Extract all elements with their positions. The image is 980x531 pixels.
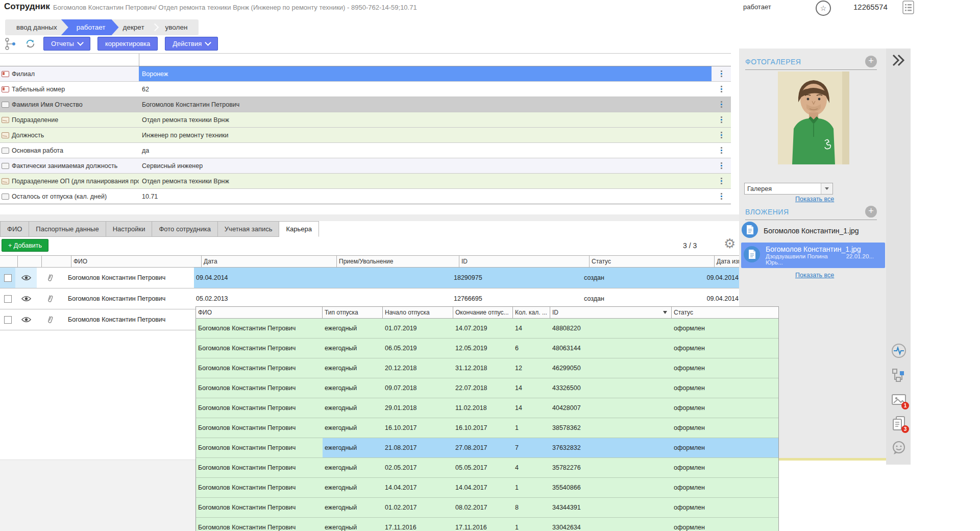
tab-карьера[interactable]: Карьера [279, 221, 319, 237]
tab-паспортные-данные[interactable]: Паспортные данные [29, 221, 106, 237]
vacations-col-end[interactable]: Окончание отпус... [453, 307, 513, 318]
tab-фио[interactable]: ФИО [0, 221, 29, 237]
field-menu-icon[interactable] [712, 158, 731, 173]
career-col-hire[interactable]: Прием/Увольнение [337, 256, 459, 267]
org-structure-icon[interactable] [4, 37, 17, 51]
vacation-cell-start: 02.05.2017 [383, 458, 453, 477]
vacations-col-id[interactable]: ID [550, 307, 672, 318]
field-value[interactable]: Инженер по ремонту техники [139, 128, 712, 142]
workflow-step-1[interactable]: ввод данных [8, 19, 65, 35]
workflow-step-4[interactable]: уволен [157, 19, 196, 35]
attachment-clip-icon[interactable] [37, 288, 64, 309]
related-structure-icon[interactable] [891, 368, 906, 383]
field-value[interactable]: Сервисный инженер [139, 158, 712, 173]
vacation-cell-fio: Богомолов Константин Петрович [196, 398, 323, 418]
field-menu-icon[interactable] [712, 128, 731, 142]
field-menu-icon[interactable] [712, 66, 731, 81]
row-checkbox[interactable] [4, 274, 12, 282]
attachment-item[interactable]: Богомолов Константин_1.jpgДзодзуашвили П… [741, 243, 885, 268]
add-button[interactable]: + Добавить [2, 239, 48, 252]
reports-button[interactable]: Отчеты [43, 37, 90, 51]
workflow-step-2[interactable]: работает [61, 19, 119, 35]
vacations-col-type[interactable]: Тип отпуска [323, 307, 383, 318]
vacation-row[interactable]: Богомолов Константин Петровичежегодный16… [196, 418, 778, 438]
field-menu-icon[interactable] [712, 189, 731, 204]
field-menu-icon[interactable] [712, 174, 731, 188]
vacation-row[interactable]: Богомолов Константин Петровичежегодный17… [196, 518, 778, 531]
field-value[interactable]: 10.71 [139, 189, 712, 204]
field-value[interactable]: да [139, 143, 712, 158]
gallery-dropdown[interactable]: Галерея [744, 183, 833, 195]
field-value[interactable]: Отдел ремонта техники Врнж [139, 174, 712, 188]
field-menu-icon[interactable] [712, 97, 731, 112]
add-attachment-button[interactable]: + [865, 206, 877, 218]
gear-icon[interactable]: ⚙ [724, 236, 736, 251]
vacations-col-fio[interactable]: ФИО [196, 307, 323, 318]
attachments-show-all-link[interactable]: Показать все [795, 272, 834, 279]
field-value[interactable]: 62 [139, 82, 712, 96]
vacation-cell-fio: Богомолов Константин Петрович [196, 378, 323, 398]
vacation-row[interactable]: Богомолов Константин Петровичежегодный09… [196, 378, 778, 398]
vacation-row[interactable]: Богомолов Константин Петровичежегодный29… [196, 398, 778, 418]
vacation-row[interactable]: Богомолов Константин Петровичежегодный06… [196, 339, 778, 358]
row-checkbox[interactable] [4, 316, 12, 324]
row-checkbox[interactable] [4, 295, 12, 303]
tab-учетная-запись[interactable]: Учетная запись [218, 221, 280, 237]
career-row[interactable]: Богомолов Константин Петрович09.04.20141… [0, 268, 740, 288]
vacation-cell-type: ежегодный [323, 518, 383, 531]
tab-фото-сотрудника[interactable]: Фото сотрудника [152, 221, 217, 237]
correction-button[interactable]: корректировка [97, 37, 158, 51]
images-icon[interactable]: 1 [891, 392, 906, 407]
career-cell-id: 12766695 [452, 288, 582, 309]
vacations-col-start[interactable]: Начало отпуска [383, 307, 453, 318]
vacation-row[interactable]: Богомолов Константин Петровичежегодный01… [196, 498, 778, 518]
workflow-step-3[interactable]: декрет [115, 19, 153, 35]
vacations-col-status[interactable]: Статус [672, 307, 778, 318]
career-col-id[interactable]: ID [459, 256, 590, 267]
sort-desc-icon[interactable] [663, 311, 667, 314]
attachment-item[interactable]: Богомолов Константин_1.jpg [741, 221, 881, 240]
activity-pulse-icon[interactable] [891, 343, 906, 358]
employee-photo[interactable] [778, 71, 849, 164]
photogallery-header: ФОТОГАЛЕРЕЯ + [745, 56, 877, 70]
vacation-row[interactable]: Богомолов Константин Петровичежегодный21… [196, 438, 778, 458]
attachment-date: 22.01.20... [846, 253, 874, 266]
vacation-cell-fio: Богомолов Константин Петрович [196, 358, 323, 378]
vacation-row[interactable]: Богомолов Константин Петровичежегодный20… [196, 358, 778, 378]
vacation-row[interactable]: Богомолов Константин Петровичежегодный14… [196, 478, 778, 498]
attachment-clip-icon[interactable] [37, 309, 64, 330]
form-row: Фамилия Имя ОтчествоБогомолов Константин… [0, 97, 731, 112]
documents-icon[interactable]: 3 [891, 416, 906, 431]
field-value[interactable]: Отдел ремонта техники Врнж [139, 112, 712, 127]
vacation-cell-id: 33042634 [550, 518, 672, 531]
vacation-row[interactable]: Богомолов Константин Петровичежегодный02… [196, 458, 778, 478]
add-photo-button[interactable]: + [865, 56, 877, 67]
view-icon[interactable] [15, 268, 37, 288]
vacation-row[interactable]: Богомолов Константин Петровичежегодный01… [196, 319, 778, 339]
career-col-fio[interactable]: ФИО [71, 256, 202, 267]
favorite-star-icon[interactable]: ☆ [816, 1, 831, 16]
attachment-clip-icon[interactable] [37, 268, 64, 288]
log-list-icon[interactable] [902, 1, 914, 14]
tab-настройки[interactable]: Настройки [106, 221, 153, 237]
dropdown-arrow-icon[interactable] [821, 183, 832, 194]
refresh-icon[interactable] [24, 38, 36, 50]
view-icon[interactable] [15, 309, 37, 330]
actions-button[interactable]: Действия [165, 37, 218, 51]
career-col-modified[interactable]: Дата изм. [715, 256, 740, 267]
career-col-date[interactable]: Дата [202, 256, 337, 267]
form-row: Основная работада [0, 143, 731, 158]
expand-panel-icon[interactable] [891, 53, 907, 68]
vacation-cell-type: ежегодный [323, 339, 383, 358]
vacation-cell-type: ежегодный [323, 438, 383, 457]
chat-icon[interactable] [891, 440, 906, 455]
vacations-col-days[interactable]: Кол. кал. ... [513, 307, 550, 318]
career-col-status[interactable]: Статус [590, 256, 715, 267]
field-value[interactable]: Богомолов Константин Петрович [139, 97, 712, 112]
field-menu-icon[interactable] [712, 143, 731, 158]
field-value[interactable]: Воронеж [139, 66, 712, 81]
view-icon[interactable] [15, 288, 37, 309]
field-menu-icon[interactable] [712, 82, 731, 96]
gallery-show-all-link[interactable]: Показать все [795, 196, 834, 203]
field-menu-icon[interactable] [712, 112, 731, 127]
